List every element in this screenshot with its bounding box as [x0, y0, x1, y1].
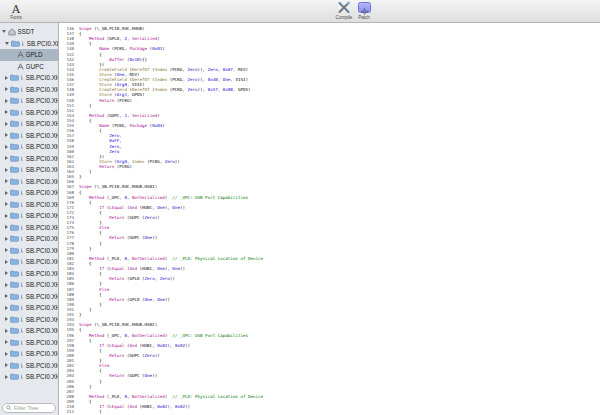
sidebar-item-ssdt[interactable]: SSDT — [0, 26, 58, 38]
disclosure-triangle-icon[interactable] — [5, 329, 8, 333]
tree-item-label: \_SB.PCI0.XH… — [21, 97, 59, 104]
sidebar-item-sbpci0xh[interactable]: \_SB.PCI0.XH… — [0, 72, 58, 84]
sidebar-item-sbpci0xh[interactable]: \_SB.PCI0.XH… — [0, 256, 58, 268]
tree-item-label: \_SB.PCI0.XH… — [21, 350, 59, 357]
sidebar-item-sbpci0xh[interactable]: \_SB.PCI0.XH… — [0, 118, 58, 130]
code-editor[interactable]: 136Scope (\_SB.PCI0.XHC.RHUB)137{138 Met… — [59, 23, 600, 415]
code-lines: 136Scope (\_SB.PCI0.XHC.RHUB)137{138 Met… — [59, 26, 600, 415]
disclosure-triangle-icon[interactable] — [5, 76, 8, 80]
folder-icon — [10, 316, 19, 323]
sidebar-item-sbpci0xh[interactable]: \_SB.PCI0.XH… — [0, 302, 58, 314]
disclosure-triangle-icon[interactable] — [5, 294, 8, 298]
disclosure-triangle-icon[interactable] — [5, 225, 8, 229]
tree-item-label: \_SB.PCI0.XH… — [21, 201, 59, 208]
fonts-button[interactable]: A Fonts — [3, 1, 29, 20]
disclosure-triangle-icon[interactable] — [5, 214, 8, 218]
disclosure-triangle-icon[interactable] — [5, 110, 8, 114]
disclosure-triangle-icon[interactable] — [2, 30, 6, 33]
sidebar-item-sbpci0xh[interactable]: \_SB.PCI0.XH… — [0, 348, 58, 360]
sidebar-item-sbpci0xh[interactable]: \_SB.PCI0.XH… — [0, 130, 58, 142]
code-text: Method (_UPC, 0, NotSerialized) // _UPC:… — [79, 195, 248, 200]
sidebar-item-sbpci0xh[interactable]: \_SB.PCI0.XH… — [0, 233, 58, 245]
disclosure-triangle-icon[interactable] — [5, 352, 8, 356]
folder-icon — [10, 339, 19, 346]
sidebar-item-sbpci0xh[interactable]: \_SB.PCI0.XH… — [0, 210, 58, 222]
sidebar-item-sbpci0xh[interactable]: \_SB.PCI0.XH… — [0, 95, 58, 107]
search-icon — [6, 405, 12, 411]
sidebar-item-sbpci0xh[interactable]: \_SB.PCI0.XH… — [0, 371, 58, 383]
filter-tree-input[interactable]: Filter Tree — [2, 403, 56, 413]
sidebar-item-sbpci0xh[interactable]: \_SB.PCI0.XH… — [0, 325, 58, 337]
disclosure-triangle-icon[interactable] — [5, 133, 8, 137]
disclosure-triangle-icon[interactable] — [5, 87, 8, 91]
tree-item-label: \_SB.PCI0.XH… — [21, 132, 59, 139]
sidebar-item-sbpci0xh[interactable]: \_SB.PCI0.XH… — [0, 38, 58, 50]
disclosure-triangle-icon[interactable] — [5, 191, 8, 195]
tree-item-label: \_SB.PCI0.XH… — [21, 316, 59, 323]
patch-button[interactable]: Patch — [351, 1, 377, 20]
disclosure-triangle-icon[interactable] — [5, 99, 8, 103]
sidebar-item-gpld[interactable]: GPLD — [0, 49, 58, 61]
sidebar-item-sbpci0xh[interactable]: \_SB.PCI0.XH… — [0, 176, 58, 188]
folder-icon — [10, 350, 19, 357]
disclosure-triangle-icon[interactable] — [5, 168, 8, 172]
folder-icon — [10, 281, 19, 288]
folder-icon — [10, 166, 19, 173]
folder-icon — [10, 86, 19, 93]
sidebar-item-sbpci0xh[interactable]: \_SB.PCI0.XH… — [0, 107, 58, 119]
sidebar-item-sbpci0xh[interactable]: \_SB.PCI0.XH… — [0, 187, 58, 199]
code-text: Scope (\_SB.PCI0.XHC.RHUB.HS01) — [79, 184, 157, 189]
tree-item-label: \_SB.PCI0.XH… — [21, 270, 59, 277]
tree-item-label: \_SB.PCI0.XH… — [21, 373, 59, 380]
sidebar-item-sbpci0xh[interactable]: \_SB.PCI0.XH… — [0, 153, 58, 165]
tree-item-label: \_SB.PCI0.XH… — [21, 212, 59, 219]
folder-icon — [10, 201, 19, 208]
tree-item-label: \_SB.PCI0.XH… — [21, 143, 59, 150]
sidebar-item-sbpci0xh[interactable]: \_SB.PCI0.XH… — [0, 222, 58, 234]
folder-icon — [10, 109, 19, 116]
disclosure-triangle-icon[interactable] — [5, 375, 8, 379]
sidebar-item-sbpci0xh[interactable]: \_SB.PCI0.XH… — [0, 84, 58, 96]
disclosure-triangle-icon[interactable] — [5, 237, 8, 241]
disclosure-triangle-icon[interactable] — [5, 271, 8, 275]
sidebar-item-sbpci0xh[interactable]: \_SB.PCI0.XH… — [0, 199, 58, 211]
tree-item-label: GUPC — [26, 63, 44, 70]
disclosure-triangle-icon[interactable] — [5, 179, 8, 183]
disclosure-triangle-icon[interactable] — [5, 122, 8, 126]
folder-icon — [10, 212, 19, 219]
disclosure-triangle-icon[interactable] — [5, 317, 8, 321]
disclosure-triangle-icon[interactable] — [5, 306, 8, 310]
sidebar-item-sbpci0xh[interactable]: \_SB.PCI0.XH… — [0, 314, 58, 326]
tree-item-label: \_SB.PCI0.XH… — [21, 258, 59, 265]
sidebar-item-sbpci0xh[interactable]: \_SB.PCI0.XH… — [0, 291, 58, 303]
tree-item-label: SSDT — [18, 28, 35, 35]
disclosure-triangle-icon[interactable] — [5, 156, 8, 160]
disclosure-triangle-icon[interactable] — [5, 42, 9, 45]
sidebar-item-sbpci0xh[interactable]: \_SB.PCI0.XH… — [0, 360, 58, 372]
disclosure-triangle-icon[interactable] — [5, 283, 8, 287]
fonts-button-label: Fonts — [3, 15, 29, 20]
sidebar-item-sbpci0xh[interactable]: \_SB.PCI0.XH… — [0, 245, 58, 257]
tree-item-label: \_SB.PCI0.XH… — [21, 339, 59, 346]
disclosure-triangle-icon[interactable] — [5, 145, 8, 149]
code-text: Scope (\_SB.PCI0.XHC.RHUB.HS02) — [79, 322, 157, 327]
sidebar-item-sbpci0xh[interactable]: \_SB.PCI0.XH… — [0, 164, 58, 176]
disclosure-triangle-icon[interactable] — [5, 260, 8, 264]
tree-item-label: \_SB.PCI0.XH… — [21, 224, 59, 231]
sidebar: SSDT\_SB.PCI0.XH…GPLDGUPC\_SB.PCI0.XH…\_… — [0, 23, 58, 415]
sidebar-item-sbpci0xh[interactable]: \_SB.PCI0.XH… — [0, 337, 58, 349]
disclosure-triangle-icon[interactable] — [5, 202, 8, 206]
tree-item-label: \_SB.PCI0.XH… — [21, 109, 59, 116]
folder-icon — [10, 293, 19, 300]
sidebar-item-sbpci0xh[interactable]: \_SB.PCI0.XH… — [0, 268, 58, 280]
sidebar-item-sbpci0xh[interactable]: \_SB.PCI0.XH… — [0, 279, 58, 291]
toolbar: A Fonts Compile — [0, 0, 600, 23]
disclosure-triangle-icon[interactable] — [5, 340, 8, 344]
disclosure-triangle-icon[interactable] — [5, 363, 8, 367]
disclosure-triangle-icon[interactable] — [5, 248, 8, 252]
tree-item-label: \_SB.PCI0.XH… — [22, 40, 59, 47]
sidebar-item-gupc[interactable]: GUPC — [0, 61, 58, 73]
filter-tree-placeholder: Filter Tree — [14, 405, 38, 411]
sidebar-item-sbpci0xh[interactable]: \_SB.PCI0.XH… — [0, 141, 58, 153]
patch-button-label: Patch — [351, 15, 377, 20]
